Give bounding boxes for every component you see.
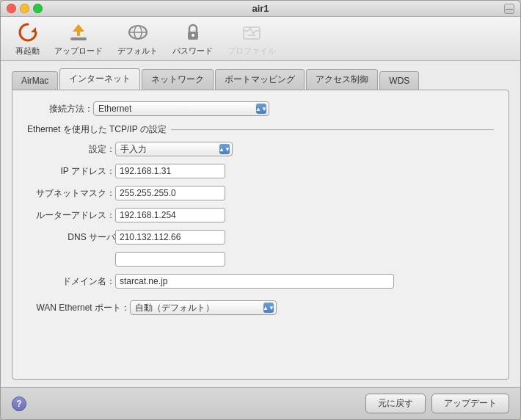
connection-label: 接続方法： [27,103,93,115]
ip-row: IP アドレス： 192.168.1.31 [27,164,494,178]
tab-accesscontrol[interactable]: アクセス制御 [306,69,378,90]
svg-rect-1 [70,37,87,40]
restart-icon [16,21,40,44]
connection-select[interactable]: Ethernet [93,101,269,116]
subnet-row: サブネットマスク： 255.255.255.0 [27,186,494,200]
main-panel: 接続方法： Ethernet ▲▼ Ethernet を使用した TCP/IP … [12,90,509,380]
subnet-input[interactable]: 255.255.255.0 [115,186,225,200]
content-area: AirMac インターネット ネットワーク ポートマッピング アクセス制御 WD… [1,61,520,387]
wan-row: WAN Ethernet ポート： 自動（デフォルト） ▲▼ [27,300,494,315]
upload-icon [67,21,90,44]
wan-select[interactable]: 自動（デフォルト） [130,300,277,315]
toolbar-upload[interactable]: アップロード [54,21,103,57]
domain-input[interactable]: starcat.ne.jp [115,274,394,289]
svg-marker-3 [73,24,84,32]
dns-input2[interactable] [115,252,225,267]
title-bar: air1 — [1,1,520,17]
toolbar-profile-label: プロファイル [227,46,276,57]
svg-point-8 [192,34,194,37]
config-label: 設定： [27,143,115,156]
tab-bar: AirMac インターネット ネットワーク ポートマッピング アクセス制御 WD… [12,68,509,90]
svg-marker-0 [31,27,36,32]
ip-label: IP アドレス： [27,165,115,178]
traffic-lights [7,4,43,13]
config-row: 設定： 手入力 ▲▼ [27,142,494,156]
dns-row2 [27,252,494,267]
router-row: ルーターアドレス： 192.168.1.254 [27,208,494,222]
connection-row: 接続方法： Ethernet ▲▼ [27,101,494,116]
toolbar-password-label: パスワード [172,46,213,57]
connection-select-wrapper: Ethernet ▲▼ [93,101,269,116]
tab-airmac[interactable]: AirMac [12,71,58,90]
bottom-bar: ? 元に戻す アップデート [1,387,520,419]
tab-network[interactable]: ネットワーク [142,69,214,90]
password-icon [181,21,205,44]
close-button[interactable] [7,4,16,13]
window-title: air1 [252,3,269,14]
section-title: Ethernet を使用した TCP/IP の設定 [27,123,494,136]
toolbar-upload-label: アップロード [54,46,103,57]
svg-rect-9 [244,27,260,39]
toolbar-restart-label: 再起動 [15,46,40,57]
config-select-wrapper: 手入力 ▲▼ [115,142,233,156]
action-buttons: 元に戻す アップデート [365,394,509,413]
minimize-button[interactable] [20,4,29,13]
toolbar-restart[interactable]: 再起動 [15,21,40,57]
router-input[interactable]: 192.168.1.254 [115,208,225,222]
wan-label: WAN Ethernet ポート： [27,302,130,314]
dns-row1: DNS サーバ 210.132.112.66 [27,230,494,245]
update-button[interactable]: アップデート [431,394,509,413]
domain-row: ドメイン名： starcat.ne.jp [27,274,494,289]
toolbar-profile[interactable]: プロファイル [227,21,276,57]
toolbar-password[interactable]: パスワード [172,21,213,57]
toolbar-default-label: デフォルト [117,46,158,57]
ip-input[interactable]: 192.168.1.31 [115,164,225,178]
domain-label: ドメイン名： [27,275,115,288]
collapse-button[interactable]: — [504,4,514,14]
main-window: air1 — 再起動 アップロード [0,0,521,420]
config-select[interactable]: 手入力 [115,142,233,156]
tab-portmapping[interactable]: ポートマッピング [215,69,305,90]
subnet-label: サブネットマスク： [27,187,115,200]
back-button[interactable]: 元に戻す [365,394,426,413]
tab-internet[interactable]: インターネット [59,68,140,90]
default-icon [126,21,150,44]
dns-label: DNS サーバ [27,231,115,244]
tab-wds[interactable]: WDS [379,71,419,90]
dns-input1[interactable]: 210.132.112.66 [115,230,225,245]
toolbar: 再起動 アップロード デフォルト [1,17,520,61]
help-button[interactable]: ? [12,397,26,411]
profile-icon [240,21,263,44]
router-label: ルーターアドレス： [27,209,115,222]
maximize-button[interactable] [33,4,43,13]
wan-select-wrapper: 自動（デフォルト） ▲▼ [130,300,277,315]
toolbar-default[interactable]: デフォルト [117,21,158,57]
